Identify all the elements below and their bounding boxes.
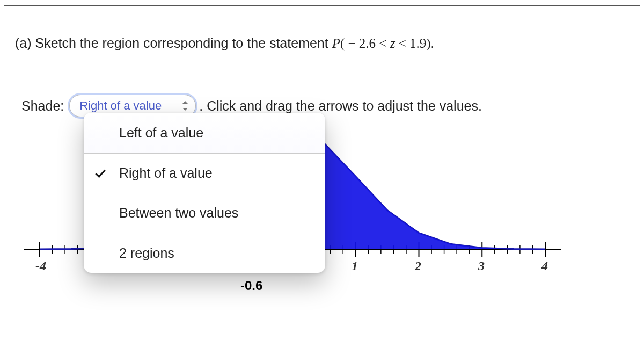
option-label: Right of a value [119,165,213,181]
math-lt1: < [376,36,390,50]
tick-label: 3 [478,259,485,273]
dropdown-option-left[interactable]: Left of a value [84,113,325,154]
tick-label: 4 [541,259,548,273]
top-divider [4,5,640,6]
math-open: ( [340,36,345,50]
instruction-text: . Click and drag the arrows to adjust th… [199,98,482,114]
shade-dropdown[interactable]: Left of a value Right of a value Between… [84,113,325,273]
option-label: Between two values [119,205,238,221]
math-minus: − [345,36,359,50]
shade-label: Shade: [21,98,64,114]
math-b: 1.9 [409,36,426,50]
question-prompt: (a) Sketch the region corresponding to t… [15,35,434,51]
tick-label: 1 [352,259,358,273]
math-z: z [390,36,396,50]
dropdown-option-between[interactable]: Between two values [84,193,325,233]
math-p: P [332,36,340,50]
option-label: Left of a value [119,125,203,141]
option-label: 2 regions [119,245,174,261]
shade-select-value: Right of a value [79,99,162,113]
tick-label: -4 [35,259,46,273]
math-a: 2.6 [359,36,376,50]
math-lt2: < [395,36,409,50]
check-icon [96,166,109,180]
dropdown-option-right[interactable]: Right of a value [84,154,325,193]
tick-label: 2 [415,259,421,273]
marker-value: -0.6 [240,278,262,293]
math-close: ). [426,36,434,50]
dropdown-option-two-regions[interactable]: 2 regions [84,233,325,273]
prompt-text: (a) Sketch the region corresponding to t… [15,35,332,50]
updown-chevron-icon [181,101,189,111]
